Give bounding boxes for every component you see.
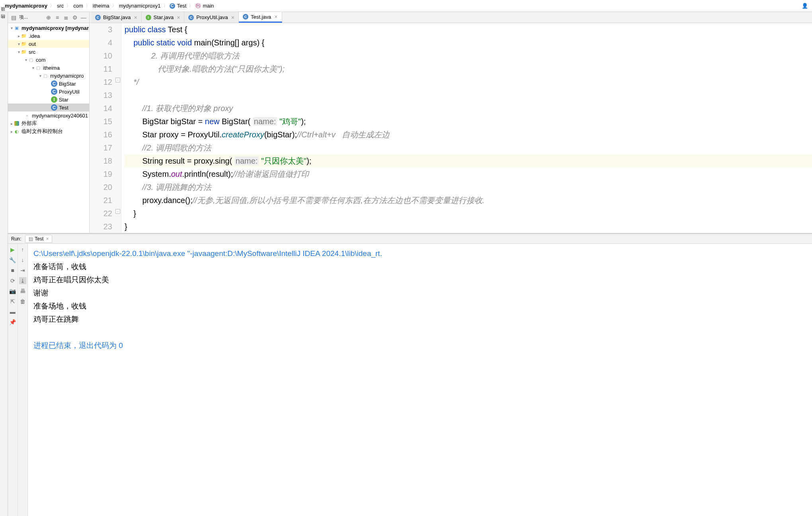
comment: //Ctrl+alt+v 自动生成左边: [297, 130, 390, 139]
tree-package[interactable]: ▾▢com: [8, 56, 89, 64]
tab-star[interactable]: IStar.java×: [142, 12, 185, 23]
close-icon[interactable]: ×: [46, 236, 49, 242]
txt: .println(result);: [182, 170, 233, 178]
tree-label: Test: [59, 105, 68, 111]
package-icon: ▢: [28, 57, 34, 63]
line-number: 3: [90, 23, 112, 36]
tab-label: Test.java: [251, 14, 271, 20]
code-area[interactable]: 3 4 10 11 12 13 14 15 16 17 18 19 20 21 …: [90, 23, 812, 233]
layout-icon[interactable]: ▬: [9, 308, 16, 315]
project-tree[interactable]: ▾▣mydynamicproxy [mydynar ▸📁.idea ▾📁out …: [8, 23, 89, 233]
tree-scratches[interactable]: ▸◐临时文件和控制台: [8, 127, 89, 135]
iml-icon: ▫: [24, 112, 30, 119]
hide-icon[interactable]: —: [80, 14, 87, 21]
comment: //2. 调用唱歌的方法: [125, 143, 211, 152]
close-icon[interactable]: ×: [231, 14, 234, 21]
tree-class[interactable]: CBigStar: [8, 80, 89, 88]
chevron-right-icon: 〉: [66, 2, 71, 9]
interface-icon: I: [51, 96, 57, 103]
txt: main(String[] args) {: [192, 38, 264, 47]
breadcrumb-seg[interactable]: com: [72, 3, 84, 9]
comment: //给谢谢返回值做打印: [233, 170, 309, 178]
console-line: 鸡哥正在唱只因你太美: [33, 273, 806, 286]
breadcrumb-seg[interactable]: mydynamicproxy: [4, 3, 48, 9]
comment: //3. 调用跳舞的方法: [125, 183, 211, 192]
wrench-icon[interactable]: 🔧: [9, 256, 16, 264]
down-icon[interactable]: ↓: [19, 256, 26, 264]
tree-label: BigStar: [59, 81, 76, 87]
console[interactable]: C:\Users\elf\.jdks\openjdk-22.0.1\bin\ja…: [28, 244, 812, 516]
gutter[interactable]: 3 4 10 11 12 13 14 15 16 17 18 19 20 21 …: [90, 23, 121, 233]
tree-package[interactable]: ▾▢itheima: [8, 64, 89, 72]
scroll-to-end-icon[interactable]: ⤓: [19, 277, 26, 284]
close-icon[interactable]: ×: [134, 14, 137, 21]
rerun-icon[interactable]: ▶: [9, 246, 16, 253]
breadcrumb-seg[interactable]: mydynamicproxy1: [118, 3, 162, 9]
run-tab[interactable]: ▤Test×: [25, 235, 52, 243]
string: "鸡哥": [277, 117, 301, 126]
run-toolbar: ▶ 🔧 ■ ⟳ 📷 ⇱ ▬ 📌 ↑ ↓ ⇥ ⤓ 🖶: [8, 244, 28, 516]
project-label: 项...: [19, 14, 28, 21]
expand-all-icon[interactable]: ≡: [54, 14, 61, 21]
chevron-right-icon: 〉: [189, 2, 193, 9]
tab-proxyutil[interactable]: CProxyUtil.java×: [184, 12, 239, 23]
collapse-all-icon[interactable]: ≣: [63, 14, 69, 21]
tree-interface[interactable]: IStar: [8, 96, 89, 104]
tree-folder[interactable]: ▾📁out: [8, 40, 89, 48]
settings-icon[interactable]: ⚙: [72, 14, 78, 21]
project-view-icon[interactable]: ▤: [10, 14, 17, 21]
folder-icon: 📁: [21, 41, 27, 47]
select-opened-icon[interactable]: ⊕: [45, 14, 52, 21]
breadcrumb-seg[interactable]: src: [56, 3, 64, 9]
tree-folder[interactable]: ▸📁.idea: [8, 32, 89, 40]
txt: System.: [125, 170, 171, 178]
stop-icon[interactable]: ■: [9, 267, 16, 274]
breadcrumb: mydynamicproxy〉 src〉 com〉 itheima〉 mydyn…: [0, 0, 812, 12]
fold-marker-icon[interactable]: -: [115, 78, 120, 82]
param-hint: name:: [253, 117, 277, 126]
soft-wrap-icon[interactable]: ⇥: [19, 267, 26, 274]
close-icon[interactable]: ×: [274, 14, 277, 20]
tree-label: src: [29, 49, 35, 55]
chevron-right-icon: 〉: [86, 2, 90, 9]
tree-class-selected[interactable]: CTest: [8, 104, 89, 111]
line-number: 11: [90, 63, 112, 76]
breadcrumb-seg[interactable]: itheima: [92, 3, 110, 9]
breadcrumb-seg[interactable]: Test: [176, 3, 187, 9]
tab-bigstar[interactable]: CBigStar.java×: [91, 12, 142, 23]
class-icon: C: [243, 14, 248, 20]
tree-label: 外部库: [21, 120, 37, 127]
trash-icon[interactable]: 🗑: [19, 298, 26, 305]
chevron-right-icon: 〉: [112, 2, 117, 9]
console-cmd: C:\Users\elf\.jdks\openjdk-22.0.1\bin\ja…: [33, 247, 806, 260]
close-icon[interactable]: ×: [177, 14, 180, 21]
print-icon[interactable]: 🖶: [19, 287, 26, 295]
tree-folder[interactable]: ▾📁src: [8, 48, 89, 56]
comment: */: [125, 78, 139, 86]
camera-icon[interactable]: 📷: [9, 287, 16, 295]
tab-test[interactable]: CTest.java×: [239, 12, 282, 23]
txt: (bigStar);: [264, 130, 297, 139]
up-icon[interactable]: ↑: [19, 246, 26, 253]
tree-class[interactable]: CProxyUtil: [8, 88, 89, 96]
txt: String result = proxy.sing(: [125, 156, 234, 165]
project-toolbar: ▤ 项... ⊕ ≡ ≣ ⚙ —: [8, 12, 89, 23]
tree-external-libs[interactable]: ▸外部库: [8, 119, 89, 127]
fold-marker-icon[interactable]: -: [115, 209, 120, 214]
user-icon[interactable]: 👤: [802, 3, 808, 9]
line-number: 14: [90, 102, 112, 115]
exit-icon[interactable]: ⇱: [9, 298, 16, 305]
breadcrumb-seg[interactable]: main: [202, 3, 215, 9]
restart-icon[interactable]: ⟳: [9, 277, 16, 284]
console-line: [33, 326, 806, 339]
pin-icon[interactable]: 📌: [9, 319, 16, 326]
tree-root[interactable]: ▾▣mydynamicproxy [mydynar: [8, 24, 89, 32]
line-number: 22: [90, 207, 112, 220]
console-exit: 进程已结束，退出代码为 0: [33, 339, 806, 352]
tree-package[interactable]: ▾▢mydynamicpro: [8, 72, 89, 80]
txt: }: [125, 209, 136, 218]
tree-file[interactable]: ▫mydynamicproxy240601: [8, 111, 89, 119]
run-config-icon: ▤: [29, 236, 33, 242]
package-icon: ▢: [35, 64, 41, 71]
source[interactable]: public class Test { public static void m…: [121, 23, 812, 233]
